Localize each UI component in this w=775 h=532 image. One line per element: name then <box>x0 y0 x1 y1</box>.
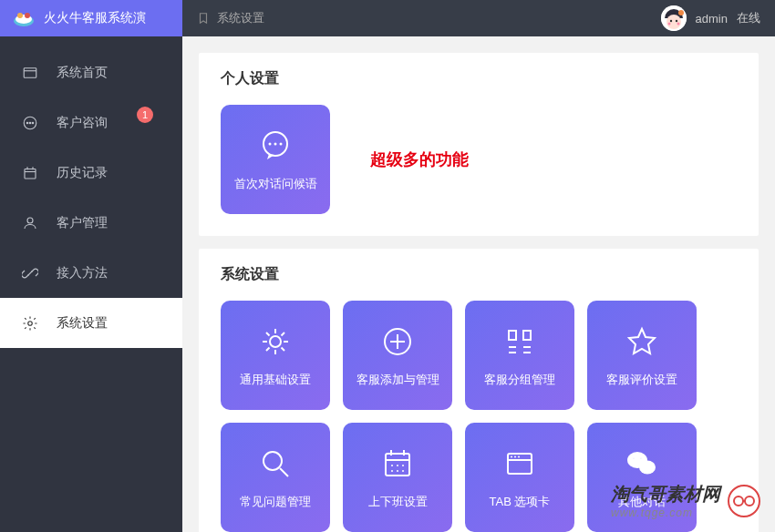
svg-point-26 <box>274 143 277 146</box>
svg-rect-33 <box>523 331 531 340</box>
breadcrumb: 系统设置 <box>197 10 264 26</box>
tile-add-agent[interactable]: 客服添加与管理 <box>343 301 452 410</box>
svg-point-56 <box>639 461 656 475</box>
svg-point-28 <box>270 336 281 347</box>
nav-item-chat[interactable]: 客户咨询 1 <box>0 97 182 148</box>
svg-point-48 <box>397 470 398 472</box>
svg-point-52 <box>511 456 512 458</box>
svg-rect-10 <box>25 169 36 179</box>
wechat-icon <box>623 445 661 483</box>
nav-item-settings[interactable]: 系统设置 <box>0 298 182 348</box>
svg-point-7 <box>26 122 28 124</box>
content: 个人设置 首次对话问候语 超级多的功能 系统设置 通用基础设置 <box>182 36 775 532</box>
svg-point-14 <box>27 218 33 223</box>
tile-label: 其他对话 <box>613 494 671 510</box>
app-title: 火火牛客服系统演 <box>44 10 146 26</box>
nav-label: 客户管理 <box>57 215 108 231</box>
tile-rating[interactable]: 客服评价设置 <box>587 301 697 410</box>
app-root: 火火牛客服系统演 系统首页 客户咨询 1 历史记录 客户管理 接入方 <box>0 0 775 532</box>
tile-label: 常见问题管理 <box>234 494 316 510</box>
svg-point-19 <box>669 20 671 22</box>
tiles-row: 通用基础设置 客服添加与管理 客服分组管理 客服评价设置 <box>221 301 737 532</box>
nav-item-history[interactable]: 历史记录 <box>0 148 182 198</box>
window-icon <box>501 445 539 483</box>
tile-greeting[interactable]: 首次对话问候语 <box>221 105 330 214</box>
svg-point-49 <box>402 470 404 472</box>
svg-point-21 <box>667 23 670 26</box>
svg-line-39 <box>280 468 288 476</box>
tile-schedule[interactable]: 上下班设置 <box>343 423 452 532</box>
svg-point-25 <box>269 143 272 146</box>
nav-label: 接入方法 <box>57 265 108 281</box>
nav-label: 系统设置 <box>57 315 108 332</box>
svg-point-2 <box>17 13 23 18</box>
nav-label: 历史记录 <box>57 165 108 181</box>
sidebar: 火火牛客服系统演 系统首页 客户咨询 1 历史记录 客户管理 接入方 <box>0 0 182 532</box>
speech-icon <box>256 127 294 165</box>
calendar-icon <box>378 445 417 483</box>
tile-general-settings[interactable]: 通用基础设置 <box>221 301 330 410</box>
svg-point-47 <box>391 470 393 472</box>
home-icon <box>22 65 38 81</box>
link-icon <box>22 265 38 281</box>
search-icon <box>256 445 294 483</box>
svg-point-60 <box>649 465 651 466</box>
tile-wechat[interactable]: 其他对话 <box>587 423 697 532</box>
user-name: admin <box>696 12 728 26</box>
avatar <box>661 5 687 31</box>
gear-icon <box>22 315 38 332</box>
tile-label: TAB 选项卡 <box>484 494 556 510</box>
section-title: 个人设置 <box>221 69 737 88</box>
tile-label: 首次对话问候语 <box>229 176 323 192</box>
user-icon <box>22 215 38 231</box>
tile-group-mgmt[interactable]: 客服分组管理 <box>465 301 574 410</box>
nav-item-home[interactable]: 系统首页 <box>0 47 182 97</box>
annotation-text: 超级多的功能 <box>370 148 469 170</box>
nav-item-access[interactable]: 接入方法 <box>0 248 182 298</box>
svg-rect-32 <box>509 331 516 340</box>
tile-label: 客服评价设置 <box>601 372 683 388</box>
gear-icon <box>256 322 294 361</box>
svg-point-57 <box>633 457 636 460</box>
svg-point-54 <box>518 456 520 458</box>
breadcrumb-text: 系统设置 <box>217 10 264 26</box>
svg-point-18 <box>666 15 681 29</box>
nav-label: 系统首页 <box>57 65 108 81</box>
tile-label: 上下班设置 <box>363 494 433 510</box>
logo-icon <box>11 9 36 27</box>
svg-point-23 <box>678 10 684 15</box>
svg-point-3 <box>25 13 30 18</box>
svg-point-16 <box>28 321 33 325</box>
svg-rect-4 <box>24 67 36 77</box>
svg-point-8 <box>29 122 31 124</box>
topbar: 系统设置 admin 在线 <box>182 0 775 36</box>
sidebar-nav: 系统首页 客户咨询 1 历史记录 客户管理 接入方法 系统设置 <box>0 36 182 532</box>
bookmark-icon <box>197 12 210 25</box>
section-personal: 个人设置 首次对话问候语 超级多的功能 <box>199 53 759 236</box>
svg-point-27 <box>280 143 283 146</box>
nav-label: 客户咨询 <box>57 115 108 131</box>
tile-tab[interactable]: TAB 选项卡 <box>465 423 574 532</box>
tile-faq[interactable]: 常见问题管理 <box>221 423 330 532</box>
user-info[interactable]: admin 在线 <box>661 5 760 31</box>
svg-point-38 <box>264 452 282 470</box>
chat-icon <box>22 115 38 131</box>
user-status: 在线 <box>737 10 760 26</box>
section-title: 系统设置 <box>221 265 737 284</box>
svg-point-9 <box>32 122 34 124</box>
plus-icon <box>378 322 417 361</box>
tile-label: 客服分组管理 <box>479 372 561 388</box>
nav-item-customers[interactable]: 客户管理 <box>0 198 182 248</box>
svg-point-20 <box>675 20 677 22</box>
svg-line-15 <box>28 271 33 275</box>
svg-point-58 <box>640 457 643 460</box>
history-icon <box>22 165 38 181</box>
svg-point-46 <box>402 465 404 466</box>
grid-icon <box>501 322 539 361</box>
svg-point-45 <box>397 465 398 466</box>
svg-point-53 <box>514 456 516 458</box>
tiles-row: 首次对话问候语 超级多的功能 <box>221 105 737 214</box>
tile-label: 通用基础设置 <box>234 372 316 388</box>
section-system: 系统设置 通用基础设置 客服添加与管理 客服分组管理 <box>199 249 759 532</box>
svg-point-44 <box>391 465 393 466</box>
